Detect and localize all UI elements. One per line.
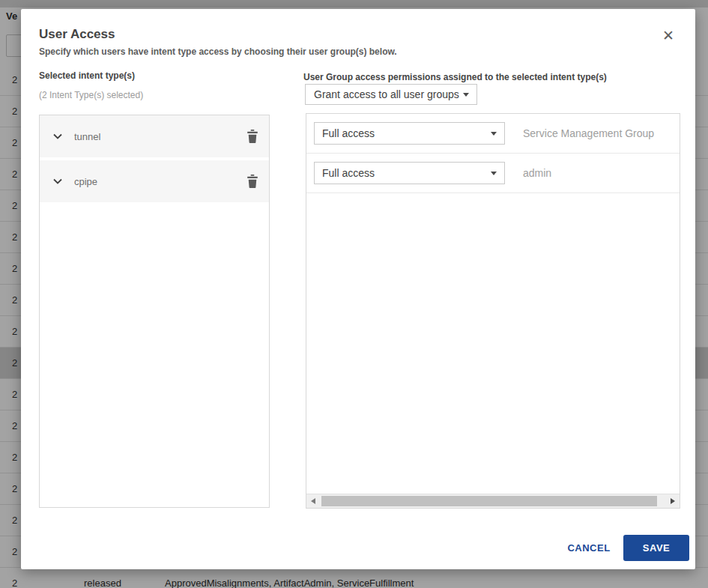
trash-icon[interactable] xyxy=(246,130,258,143)
scroll-right-arrow-icon[interactable] xyxy=(671,498,675,504)
selected-intent-types-list: tunnel cpipe xyxy=(39,115,270,508)
permission-row: Full access Service Management Group xyxy=(306,114,680,154)
intent-type-name: cpipe xyxy=(74,176,246,187)
grant-access-dropdown-value: Grant access to all user groups xyxy=(314,88,463,100)
selected-intent-types-label: Selected intent type(s) xyxy=(39,70,135,81)
horizontal-scrollbar[interactable] xyxy=(306,494,680,508)
access-level-dropdown[interactable]: Full access xyxy=(314,162,505,184)
intent-type-item-tunnel[interactable]: tunnel xyxy=(40,115,269,157)
permissions-panel: Full access Service Management Group Ful… xyxy=(306,113,680,509)
dropdown-arrow-icon xyxy=(463,93,469,97)
permission-row: Full access admin xyxy=(306,154,680,193)
dropdown-arrow-icon xyxy=(491,132,497,136)
user-group-name: Service Management Group xyxy=(523,127,654,139)
chevron-down-icon[interactable] xyxy=(52,130,64,142)
access-level-dropdown[interactable]: Full access xyxy=(314,122,505,145)
intent-type-name: tunnel xyxy=(74,131,246,142)
dialog-subtitle: Specify which users have intent type acc… xyxy=(39,46,397,57)
close-icon[interactable]: ✕ xyxy=(659,27,677,45)
intent-type-item-cpipe[interactable]: cpipe xyxy=(40,160,269,202)
access-level-value: Full access xyxy=(322,127,491,139)
user-group-name: admin xyxy=(523,167,551,179)
grant-access-dropdown[interactable]: Grant access to all user groups xyxy=(305,84,477,105)
intent-type-count: (2 Intent Type(s) selected) xyxy=(39,90,143,100)
scroll-left-arrow-icon[interactable] xyxy=(311,498,315,504)
chevron-down-icon[interactable] xyxy=(52,175,64,187)
dropdown-arrow-icon xyxy=(491,172,497,175)
cancel-button[interactable]: CANCEL xyxy=(554,535,623,561)
access-level-value: Full access xyxy=(322,167,491,179)
trash-icon[interactable] xyxy=(246,175,258,188)
dialog-title: User Access xyxy=(39,27,115,42)
save-button[interactable]: SAVE xyxy=(623,535,689,561)
user-group-permissions-label: User Group access permissions assigned t… xyxy=(303,72,607,82)
user-access-dialog: User Access Specify which users have int… xyxy=(21,9,695,569)
scrollbar-thumb[interactable] xyxy=(321,496,657,506)
